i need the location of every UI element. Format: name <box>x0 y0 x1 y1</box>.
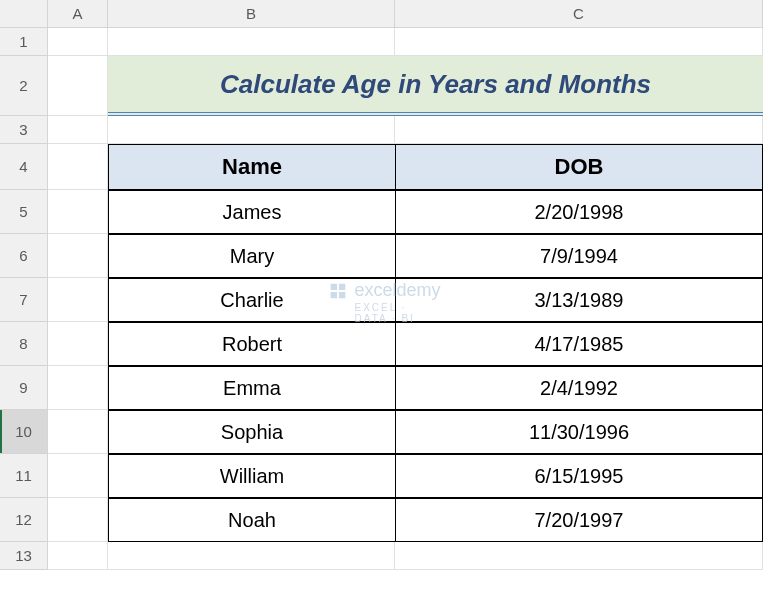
cell-a10[interactable] <box>48 410 108 454</box>
row-header-5[interactable]: 5 <box>0 190 48 234</box>
column-header-a[interactable]: A <box>48 0 108 28</box>
cell-a2[interactable] <box>48 56 108 116</box>
cell-c13[interactable] <box>395 542 763 570</box>
cell-name[interactable]: James <box>108 190 395 234</box>
cell-name[interactable]: Mary <box>108 234 395 278</box>
watermark: exceldemy EXCEL · DATA · BI <box>326 280 440 302</box>
row-header-3[interactable]: 3 <box>0 116 48 144</box>
cell-name[interactable]: Noah <box>108 498 395 542</box>
row-header-4[interactable]: 4 <box>0 144 48 190</box>
watermark-brand: exceldemy <box>354 280 440 301</box>
watermark-icon <box>326 280 348 302</box>
row-header-9[interactable]: 9 <box>0 366 48 410</box>
cell-dob[interactable]: 4/17/1985 <box>395 322 763 366</box>
watermark-tagline: EXCEL · DATA · BI <box>354 302 440 324</box>
cell-dob[interactable]: 7/20/1997 <box>395 498 763 542</box>
row-header-8[interactable]: 8 <box>0 322 48 366</box>
table-header-dob[interactable]: DOB <box>395 144 763 190</box>
column-header-c[interactable]: C <box>395 0 763 28</box>
cell-a5[interactable] <box>48 190 108 234</box>
row-header-2[interactable]: 2 <box>0 56 48 116</box>
cell-dob[interactable]: 2/20/1998 <box>395 190 763 234</box>
cell-c3[interactable] <box>395 116 763 144</box>
cell-a13[interactable] <box>48 542 108 570</box>
cell-name[interactable]: Robert <box>108 322 395 366</box>
cell-dob[interactable]: 2/4/1992 <box>395 366 763 410</box>
row-header-7[interactable]: 7 <box>0 278 48 322</box>
cell-dob[interactable]: 3/13/1989 <box>395 278 763 322</box>
cell-a7[interactable] <box>48 278 108 322</box>
row-header-6[interactable]: 6 <box>0 234 48 278</box>
cell-a3[interactable] <box>48 116 108 144</box>
cell-b3[interactable] <box>108 116 395 144</box>
row-header-1[interactable]: 1 <box>0 28 48 56</box>
cell-b1[interactable] <box>108 28 395 56</box>
row-header-10[interactable]: 10 <box>0 410 48 454</box>
cell-a1[interactable] <box>48 28 108 56</box>
column-header-b[interactable]: B <box>108 0 395 28</box>
cell-name[interactable]: William <box>108 454 395 498</box>
cell-name[interactable]: Sophia <box>108 410 395 454</box>
cell-c1[interactable] <box>395 28 763 56</box>
row-header-13[interactable]: 13 <box>0 542 48 570</box>
select-all-corner[interactable] <box>0 0 48 28</box>
cell-a8[interactable] <box>48 322 108 366</box>
row-header-11[interactable]: 11 <box>0 454 48 498</box>
cell-dob[interactable]: 6/15/1995 <box>395 454 763 498</box>
cell-a11[interactable] <box>48 454 108 498</box>
cell-a12[interactable] <box>48 498 108 542</box>
cell-a4[interactable] <box>48 144 108 190</box>
cell-a9[interactable] <box>48 366 108 410</box>
cell-b13[interactable] <box>108 542 395 570</box>
cell-dob[interactable]: 11/30/1996 <box>395 410 763 454</box>
row-header-12[interactable]: 12 <box>0 498 48 542</box>
cell-a6[interactable] <box>48 234 108 278</box>
sheet-title[interactable]: Calculate Age in Years and Months <box>108 56 763 116</box>
cell-dob[interactable]: 7/9/1994 <box>395 234 763 278</box>
table-header-name[interactable]: Name <box>108 144 395 190</box>
cell-name[interactable]: Emma <box>108 366 395 410</box>
